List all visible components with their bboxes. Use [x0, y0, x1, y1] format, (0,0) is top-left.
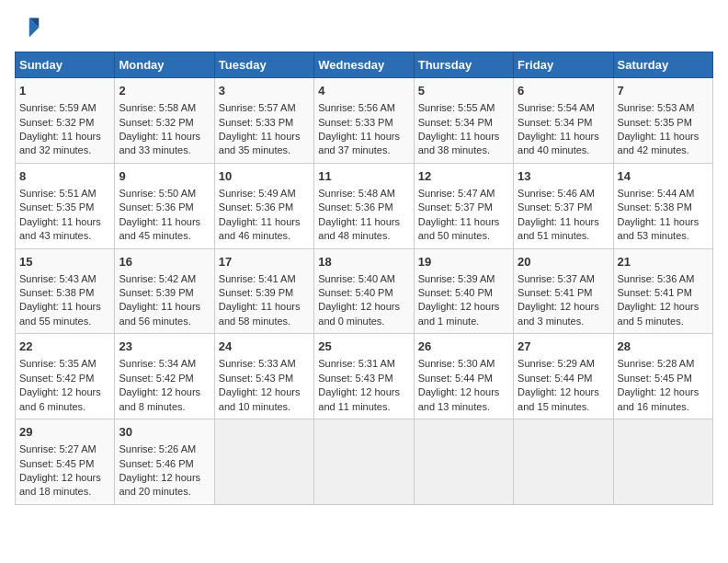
calendar-day-cell — [214, 419, 313, 505]
sunset-text: Sunset: 5:38 PM — [19, 287, 94, 298]
day-number: 30 — [119, 424, 210, 441]
day-number: 4 — [318, 83, 409, 99]
calendar-week-row: 22Sunrise: 5:35 AMSunset: 5:42 PMDayligh… — [16, 334, 713, 419]
daylight-text: Daylight: 11 hours and 42 minutes. — [618, 131, 700, 155]
sunset-text: Sunset: 5:38 PM — [618, 201, 692, 213]
daylight-text: Daylight: 12 hours and 20 minutes. — [119, 472, 200, 497]
weekday-header: Thursday — [414, 52, 513, 78]
daylight-text: Daylight: 12 hours and 13 minutes. — [418, 386, 500, 411]
calendar-day-cell: 16Sunrise: 5:42 AMSunset: 5:39 PMDayligh… — [115, 248, 214, 334]
sunrise-text: Sunrise: 5:37 AM — [518, 273, 595, 284]
logo-icon — [15, 15, 40, 40]
sunset-text: Sunset: 5:36 PM — [119, 201, 193, 213]
sunrise-text: Sunrise: 5:59 AM — [19, 102, 97, 113]
day-number: 29 — [19, 424, 110, 441]
calendar-day-cell: 25Sunrise: 5:31 AMSunset: 5:43 PMDayligh… — [314, 334, 414, 419]
sunset-text: Sunset: 5:35 PM — [618, 117, 692, 128]
calendar-table: SundayMondayTuesdayWednesdayThursdayFrid… — [15, 52, 713, 505]
day-number: 18 — [318, 254, 409, 270]
calendar-day-cell: 15Sunrise: 5:43 AMSunset: 5:38 PMDayligh… — [16, 248, 115, 334]
daylight-text: Daylight: 12 hours and 0 minutes. — [318, 301, 400, 326]
daylight-text: Daylight: 12 hours and 11 minutes. — [318, 386, 400, 411]
daylight-text: Daylight: 12 hours and 15 minutes. — [518, 386, 599, 411]
daylight-text: Daylight: 11 hours and 43 minutes. — [19, 216, 101, 241]
daylight-text: Daylight: 12 hours and 16 minutes. — [618, 386, 700, 411]
sunrise-text: Sunrise: 5:48 AM — [318, 188, 395, 199]
sunrise-text: Sunrise: 5:49 AM — [219, 188, 296, 199]
sunset-text: Sunset: 5:45 PM — [618, 373, 692, 384]
day-number: 2 — [119, 83, 210, 99]
sunset-text: Sunset: 5:45 PM — [19, 458, 94, 469]
sunset-text: Sunset: 5:40 PM — [318, 287, 392, 298]
daylight-text: Daylight: 11 hours and 38 minutes. — [418, 131, 500, 155]
sunset-text: Sunset: 5:42 PM — [19, 373, 94, 384]
calendar-week-row: 15Sunrise: 5:43 AMSunset: 5:38 PMDayligh… — [16, 248, 713, 334]
sunrise-text: Sunrise: 5:43 AM — [19, 273, 97, 284]
sunset-text: Sunset: 5:35 PM — [19, 201, 94, 213]
sunset-text: Sunset: 5:42 PM — [119, 373, 193, 384]
calendar-day-cell: 30Sunrise: 5:26 AMSunset: 5:46 PMDayligh… — [115, 419, 214, 505]
sunrise-text: Sunrise: 5:47 AM — [418, 188, 495, 199]
day-number: 7 — [618, 83, 709, 99]
sunrise-text: Sunrise: 5:41 AM — [219, 273, 296, 284]
daylight-text: Daylight: 12 hours and 3 minutes. — [518, 301, 599, 326]
daylight-text: Daylight: 11 hours and 37 minutes. — [318, 131, 400, 155]
calendar-day-cell: 10Sunrise: 5:49 AMSunset: 5:36 PMDayligh… — [214, 163, 313, 248]
calendar-day-cell: 27Sunrise: 5:29 AMSunset: 5:44 PMDayligh… — [514, 334, 613, 419]
calendar-day-cell: 23Sunrise: 5:34 AMSunset: 5:42 PMDayligh… — [115, 334, 214, 419]
day-number: 14 — [618, 168, 709, 185]
calendar-day-cell: 26Sunrise: 5:30 AMSunset: 5:44 PMDayligh… — [414, 334, 513, 419]
day-number: 10 — [219, 168, 310, 185]
daylight-text: Daylight: 11 hours and 50 minutes. — [418, 216, 500, 241]
calendar-day-cell — [514, 419, 613, 505]
calendar-day-cell: 9Sunrise: 5:50 AMSunset: 5:36 PMDaylight… — [115, 163, 214, 248]
sunrise-text: Sunrise: 5:31 AM — [318, 358, 395, 369]
calendar-day-cell: 8Sunrise: 5:51 AMSunset: 5:35 PMDaylight… — [16, 163, 115, 248]
day-number: 19 — [418, 254, 509, 270]
sunrise-text: Sunrise: 5:34 AM — [119, 358, 196, 369]
sunrise-text: Sunrise: 5:54 AM — [518, 102, 595, 113]
day-number: 26 — [418, 339, 509, 355]
sunset-text: Sunset: 5:32 PM — [19, 117, 94, 128]
sunrise-text: Sunrise: 5:36 AM — [618, 273, 695, 284]
calendar-day-cell: 12Sunrise: 5:47 AMSunset: 5:37 PMDayligh… — [414, 163, 513, 248]
calendar-day-cell: 11Sunrise: 5:48 AMSunset: 5:36 PMDayligh… — [314, 163, 414, 248]
day-number: 17 — [219, 254, 310, 270]
calendar-day-cell: 28Sunrise: 5:28 AMSunset: 5:45 PMDayligh… — [613, 334, 712, 419]
day-number: 6 — [518, 83, 609, 99]
calendar-day-cell: 3Sunrise: 5:57 AMSunset: 5:33 PMDaylight… — [214, 78, 313, 164]
calendar-day-cell — [414, 419, 513, 505]
sunset-text: Sunset: 5:44 PM — [418, 373, 493, 384]
calendar-day-cell: 5Sunrise: 5:55 AMSunset: 5:34 PMDaylight… — [414, 78, 513, 164]
sunrise-text: Sunrise: 5:35 AM — [19, 358, 97, 369]
sunrise-text: Sunrise: 5:40 AM — [318, 273, 395, 284]
sunrise-text: Sunrise: 5:46 AM — [518, 188, 595, 199]
sunset-text: Sunset: 5:39 PM — [119, 287, 193, 298]
sunrise-text: Sunrise: 5:51 AM — [19, 188, 97, 199]
day-number: 28 — [618, 339, 709, 355]
calendar-day-cell: 22Sunrise: 5:35 AMSunset: 5:42 PMDayligh… — [16, 334, 115, 419]
sunset-text: Sunset: 5:32 PM — [119, 117, 193, 128]
calendar-week-row: 8Sunrise: 5:51 AMSunset: 5:35 PMDaylight… — [16, 163, 713, 248]
day-number: 13 — [518, 168, 609, 185]
sunrise-text: Sunrise: 5:50 AM — [119, 188, 196, 199]
calendar-day-cell: 13Sunrise: 5:46 AMSunset: 5:37 PMDayligh… — [514, 163, 613, 248]
sunset-text: Sunset: 5:39 PM — [219, 287, 293, 298]
daylight-text: Daylight: 11 hours and 56 minutes. — [119, 301, 200, 326]
day-number: 23 — [119, 339, 210, 355]
sunrise-text: Sunrise: 5:58 AM — [119, 102, 196, 113]
sunrise-text: Sunrise: 5:42 AM — [119, 273, 196, 284]
calendar-week-row: 29Sunrise: 5:27 AMSunset: 5:45 PMDayligh… — [16, 419, 713, 505]
daylight-text: Daylight: 12 hours and 8 minutes. — [119, 386, 200, 411]
calendar-day-cell: 6Sunrise: 5:54 AMSunset: 5:34 PMDaylight… — [514, 78, 613, 164]
day-number: 25 — [318, 339, 409, 355]
day-number: 22 — [19, 339, 110, 355]
calendar-day-cell: 24Sunrise: 5:33 AMSunset: 5:43 PMDayligh… — [214, 334, 313, 419]
sunset-text: Sunset: 5:46 PM — [119, 458, 193, 469]
day-number: 27 — [518, 339, 609, 355]
day-number: 24 — [219, 339, 310, 355]
weekday-header: Friday — [514, 52, 613, 78]
sunrise-text: Sunrise: 5:29 AM — [518, 358, 595, 369]
sunrise-text: Sunrise: 5:33 AM — [219, 358, 296, 369]
calendar-day-cell: 21Sunrise: 5:36 AMSunset: 5:41 PMDayligh… — [613, 248, 712, 334]
